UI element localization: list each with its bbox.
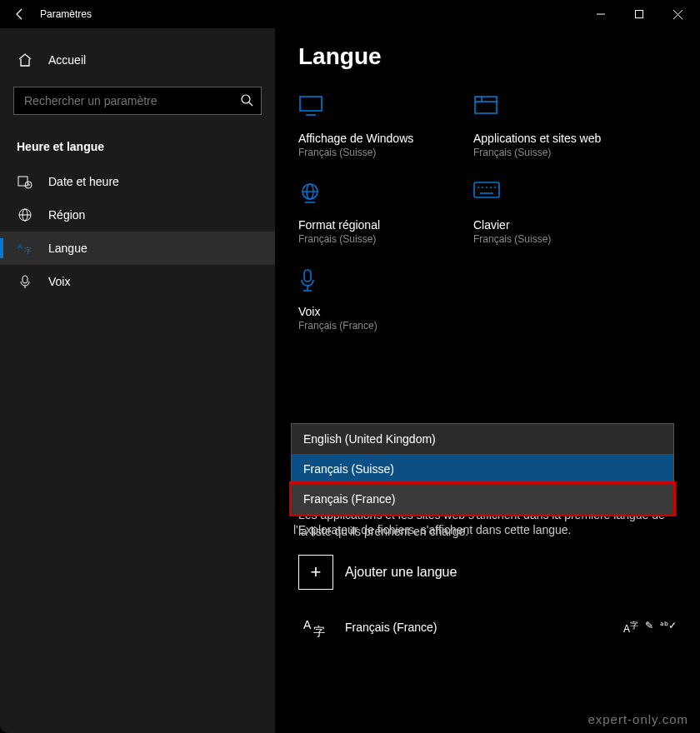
tile-label: Clavier xyxy=(473,218,615,232)
tile-label: Applications et sites web xyxy=(473,132,615,145)
nav-item-label: Date et heure xyxy=(48,175,119,188)
svg-point-27 xyxy=(482,187,483,188)
nav-item-label: Langue xyxy=(48,242,88,255)
add-language-button[interactable]: + Ajouter une langue xyxy=(298,555,677,590)
titlebar: Paramètres xyxy=(0,0,700,28)
nav-home[interactable]: Accueil xyxy=(0,45,275,75)
svg-text:字: 字 xyxy=(313,625,325,638)
svg-rect-1 xyxy=(636,11,643,18)
monitor-icon xyxy=(298,95,440,127)
search-input[interactable] xyxy=(13,87,262,115)
globe-icon xyxy=(298,182,440,213)
tile-sublabel: Français (France) xyxy=(298,320,440,332)
svg-point-30 xyxy=(494,187,496,188)
display-language-desc-fragment: l'Explorateur de fichiers, s'affichent d… xyxy=(293,523,572,536)
tile-label: Affichage de Windows xyxy=(298,132,440,145)
svg-point-29 xyxy=(490,187,492,188)
tile-label: Format régional xyxy=(298,218,440,232)
tile-region-format[interactable]: Format régional Français (Suisse) xyxy=(298,182,440,245)
tile-sublabel: Français (Suisse) xyxy=(473,233,615,245)
nav-item-language[interactable]: A字 Langue xyxy=(0,232,275,265)
svg-point-26 xyxy=(478,187,479,188)
tile-grid: Affichage de Windows Français (Suisse) A… xyxy=(298,95,677,355)
calendar-clock-icon xyxy=(17,173,33,190)
display-lang-icon: A字 xyxy=(623,620,638,635)
svg-point-28 xyxy=(486,187,488,188)
language-glyph-icon: A字 xyxy=(298,610,333,645)
tile-sublabel: Français (Suisse) xyxy=(298,233,440,245)
tile-keyboard[interactable]: Clavier Français (Suisse) xyxy=(473,182,615,245)
dropdown-option[interactable]: Français (Suisse) xyxy=(292,454,673,484)
window-title: Paramètres xyxy=(40,8,92,20)
browser-icon xyxy=(473,95,615,127)
tile-apps[interactable]: Applications et sites web Français (Suis… xyxy=(473,95,615,158)
language-feature-icons: A字 ✎ ᵃᵇ✓ xyxy=(623,620,677,635)
svg-rect-18 xyxy=(475,97,497,113)
nav-home-label: Accueil xyxy=(48,53,86,67)
home-icon xyxy=(17,52,33,68)
svg-point-4 xyxy=(242,95,250,103)
svg-rect-25 xyxy=(474,182,499,197)
keyboard-icon xyxy=(473,182,615,213)
handwriting-icon: ✎ xyxy=(645,620,653,635)
spellcheck-icon: ᵃᵇ✓ xyxy=(660,620,677,635)
language-icon: A字 xyxy=(17,240,33,257)
nav-item-label: Région xyxy=(48,208,85,222)
svg-text:字: 字 xyxy=(24,247,32,255)
svg-rect-15 xyxy=(22,276,28,283)
search-field[interactable] xyxy=(13,87,262,115)
dropdown-option-highlighted[interactable]: Français (France) xyxy=(292,484,673,514)
tile-sublabel: Français (Suisse) xyxy=(298,147,440,158)
page-title: Langue xyxy=(298,43,677,70)
tile-sublabel: Français (Suisse) xyxy=(473,147,615,158)
preferred-language-name: Français (France) xyxy=(345,621,437,634)
microphone-icon xyxy=(298,268,440,300)
microphone-icon xyxy=(17,273,33,290)
tile-voice[interactable]: Voix Français (France) xyxy=(298,268,440,332)
back-button[interactable] xyxy=(3,0,37,28)
watermark: expert-only.com xyxy=(588,712,688,726)
tile-display[interactable]: Affichage de Windows Français (Suisse) xyxy=(298,95,440,158)
sidebar-section-heading: Heure et langue xyxy=(0,132,275,165)
display-language-dropdown[interactable]: English (United Kingdom) Français (Suiss… xyxy=(291,423,674,515)
nav-item-voice[interactable]: Voix xyxy=(0,265,275,298)
svg-rect-32 xyxy=(304,270,311,282)
dropdown-option[interactable]: English (United Kingdom) xyxy=(292,424,673,454)
svg-rect-6 xyxy=(18,177,28,186)
nav-item-label: Voix xyxy=(48,275,70,288)
minimize-button[interactable] xyxy=(582,0,620,28)
svg-text:A: A xyxy=(18,242,22,251)
svg-line-5 xyxy=(249,102,252,106)
search-icon xyxy=(240,93,253,107)
svg-text:A: A xyxy=(303,618,312,631)
tile-label: Voix xyxy=(298,305,440,318)
svg-rect-16 xyxy=(300,97,322,111)
preferred-language-item[interactable]: A字 Français (France) A字 ✎ ᵃᵇ✓ xyxy=(298,610,677,645)
close-button[interactable] xyxy=(658,0,697,28)
add-language-label: Ajouter une langue xyxy=(345,565,457,580)
maximize-button[interactable] xyxy=(620,0,658,28)
plus-icon: + xyxy=(298,555,333,590)
nav-item-region[interactable]: Région xyxy=(0,198,275,232)
main-panel: Langue Affichage de Windows Français (Su… xyxy=(275,28,700,733)
sidebar: Accueil Heure et langue Date et heure xyxy=(0,28,275,733)
globe-icon xyxy=(17,207,33,223)
nav-item-date-time[interactable]: Date et heure xyxy=(0,165,275,198)
